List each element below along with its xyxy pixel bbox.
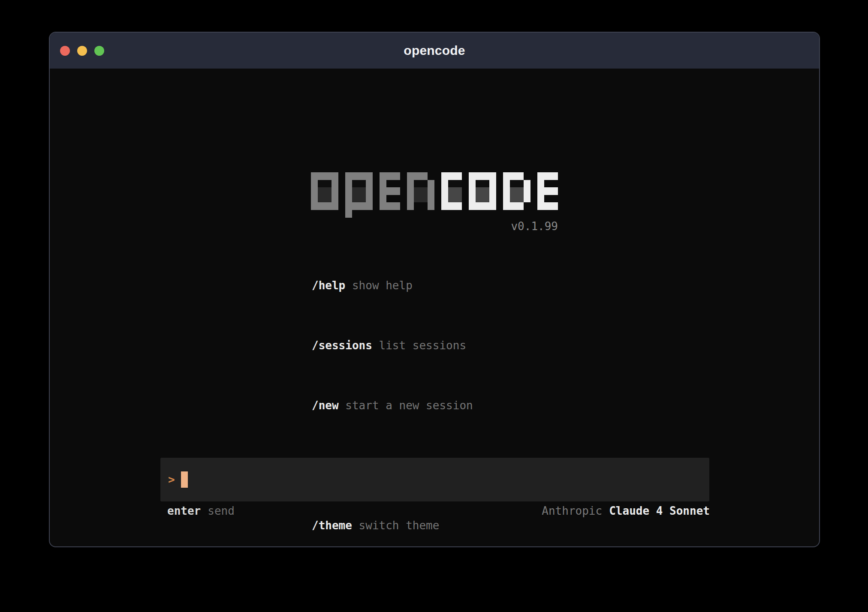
command-desc: start a new session — [339, 399, 473, 412]
keybind-hint: entersend — [160, 504, 235, 517]
command-desc: list sessions — [372, 339, 466, 352]
traffic-lights — [60, 33, 104, 69]
statusbar: entersend AnthropicClaude 4 Sonnet — [160, 504, 710, 517]
command-row: /new start a new session — [312, 398, 473, 413]
command-name: /sessions — [312, 339, 372, 352]
command-row: /help show help — [312, 278, 473, 293]
command-desc: switch theme — [352, 519, 440, 532]
opencode-window: opencode v0.1.99 /help show help /sessio… — [49, 32, 820, 547]
window-title: opencode — [404, 43, 465, 58]
prompt-chevron-icon: > — [168, 473, 175, 486]
command-desc: show help — [345, 279, 413, 292]
command-name: /new — [312, 399, 339, 412]
minimize-button[interactable] — [77, 46, 87, 56]
provider-label: Anthropic — [542, 504, 602, 517]
send-action-label: send — [208, 504, 235, 517]
close-button[interactable] — [60, 46, 70, 56]
command-row: /sessions list sessions — [312, 338, 473, 353]
enter-key-label: enter — [167, 504, 201, 517]
zoom-button[interactable] — [94, 46, 104, 56]
text-cursor — [181, 471, 188, 488]
version-label: v0.1.99 — [311, 220, 558, 233]
prompt-input[interactable]: > — [160, 458, 709, 501]
command-list: /help show help /sessions list sessions … — [312, 248, 473, 547]
titlebar: opencode — [50, 33, 819, 69]
command-row: /theme switch theme — [312, 518, 473, 533]
opencode-logo — [311, 172, 558, 218]
command-name: /theme — [312, 519, 352, 532]
model-indicator: AnthropicClaude 4 Sonnet — [542, 504, 710, 517]
model-name-label: Claude 4 Sonnet — [609, 504, 710, 517]
command-name: /help — [312, 279, 345, 292]
